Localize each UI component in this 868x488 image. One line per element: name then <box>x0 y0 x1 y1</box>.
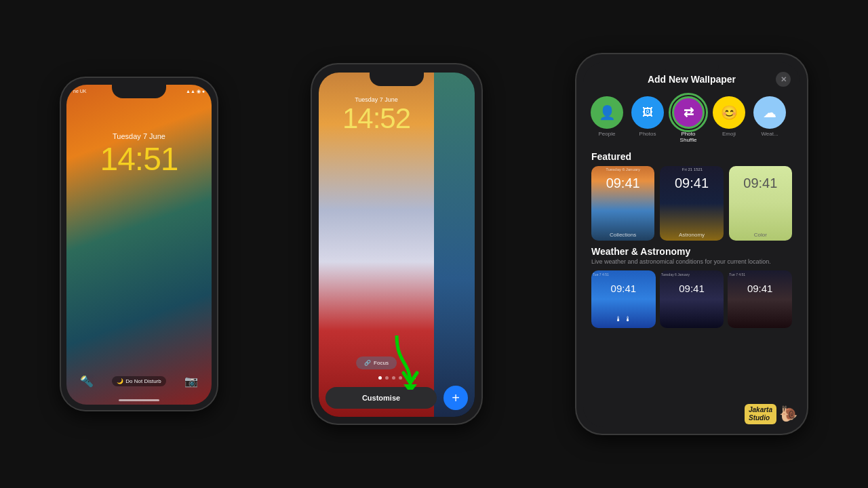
time-date-area: Tuesday 7 June 14:51 <box>100 132 178 176</box>
card-label-1: Collections <box>591 232 654 238</box>
wc2-time: 09:41 <box>660 283 724 294</box>
weather-cat-label: Weat... <box>761 131 778 137</box>
weather-cat-icon: ☁ <box>763 104 776 121</box>
featured-card-astronomy[interactable]: Fri 21 1521 09:41 Astronomy <box>660 166 723 241</box>
featured-section-title: Featured <box>583 148 800 166</box>
category-row: 👤 People 🖼 Photos ⇄ Pho <box>583 92 800 148</box>
moon-icon: 🌙 <box>117 378 123 384</box>
jakarta-line1: Jakarta <box>749 406 772 414</box>
featured-grid: Tuesday 6 January 09:41 Collections Fri … <box>583 166 800 241</box>
card-date-2: Fri 21 1521 <box>661 167 723 171</box>
lock-date: Tuesday 7 June <box>113 132 165 140</box>
weather-icon-circle: ☁ <box>753 96 786 129</box>
card-time-2: 09:41 <box>660 176 723 191</box>
wc1-date: Tue 7 4:51 <box>593 272 609 277</box>
phone-1-notch <box>112 85 166 98</box>
weather-card-1[interactable]: Tue 7 4:51 09:41 🌡🌡 <box>591 270 656 328</box>
card-time-3: 09:41 <box>729 176 792 191</box>
link-icon: 🔗 <box>364 360 371 366</box>
dot-4 <box>399 376 402 380</box>
add-wallpaper-panel: Add New Wallpaper ✕ 👤 People 🖼 <box>583 62 800 427</box>
jakarta-text-block: Jakarta Studio <box>745 404 776 424</box>
photos-label: Photos <box>639 131 656 137</box>
cat-shuffle[interactable]: ⇄ PhotoShuffle <box>671 96 705 143</box>
lock-screen: ne UK ▲▲ ◉ ● Tuesday 7 June 14:51 <box>66 85 212 405</box>
cat-weather[interactable]: ☁ Weat... <box>753 96 787 137</box>
card-label-2: Astronomy <box>660 232 723 238</box>
dot-1 <box>378 376 382 380</box>
dnd-indicator: 🌙 Do Not Disturb <box>112 376 165 386</box>
phone-3-screen: Add New Wallpaper ✕ 👤 People 🖼 <box>583 62 800 427</box>
jakarta-line2: Studio <box>749 414 772 422</box>
featured-card-collections[interactable]: Tuesday 6 January 09:41 Collections <box>591 166 654 241</box>
weather-section-desc: Live weather and astronomical conditions… <box>591 258 792 266</box>
jakarta-snail-icon: 🐌 <box>779 405 797 423</box>
panel-close-button[interactable]: ✕ <box>776 72 791 87</box>
photos-icon-circle: 🖼 <box>631 96 664 129</box>
customise-button[interactable]: Customise <box>326 387 437 409</box>
shuffle-label: PhotoShuffle <box>680 131 697 143</box>
wallpaper-gallery: Tuesday 7 June 14:52 🔗 Focus <box>319 73 475 417</box>
camera-icon[interactable]: 📷 <box>184 375 198 388</box>
people-icon: 👤 <box>599 104 616 121</box>
phone-2-screen: Tuesday 7 June 14:52 🔗 Focus <box>319 73 475 417</box>
weather-section-title: Weather & Astronomy <box>591 246 792 257</box>
bottom-actions: Customise + <box>319 386 475 410</box>
weather-card-2[interactable]: Tuesday 6 January 09:41 <box>660 270 724 328</box>
people-label: People <box>599 131 616 137</box>
dot-3 <box>392 376 395 380</box>
weather-card-3[interactable]: Tue 7 4:51 09:41 <box>728 270 792 328</box>
photos-icon: 🖼 <box>642 106 653 119</box>
main-container: ne UK ▲▲ ◉ ● Tuesday 7 June 14:51 🔦 🌙 Do… <box>0 0 868 488</box>
cat-photos[interactable]: 🖼 Photos <box>631 96 665 137</box>
phone-3: Add New Wallpaper ✕ 👤 People 🖼 <box>576 54 807 434</box>
emoji-icon-circle: 😊 <box>713 96 745 129</box>
weather-cards-grid: Tue 7 4:51 09:41 🌡🌡 Tuesday 6 January 09… <box>591 270 792 328</box>
wc1-time: 09:41 <box>591 283 656 294</box>
wc3-date: Tue 7 4:51 <box>729 272 745 277</box>
wc3-time: 09:41 <box>728 283 792 294</box>
wallpaper-side <box>434 73 475 417</box>
plus-button[interactable]: + <box>443 386 468 410</box>
emoji-icon: 😊 <box>721 104 738 121</box>
phone-1-screen: ne UK ▲▲ ◉ ● Tuesday 7 June 14:51 🔦 🌙 Do… <box>66 85 212 405</box>
phone-2-notch <box>370 73 424 86</box>
people-icon-circle: 👤 <box>591 96 623 129</box>
dot-2 <box>385 376 389 380</box>
card-time-1: 09:41 <box>591 176 654 191</box>
carrier-label: ne UK <box>73 89 86 94</box>
wallpaper-main: Tuesday 7 June 14:52 🔗 Focus <box>319 73 434 417</box>
featured-card-color[interactable]: 09:41 Color <box>729 166 792 241</box>
dot-6 <box>412 376 416 380</box>
wc2-date: Tuesday 6 January <box>661 272 690 277</box>
phone-3-notch <box>665 62 719 76</box>
card-label-3: Color <box>729 232 792 238</box>
phone-1: ne UK ▲▲ ◉ ● Tuesday 7 June 14:51 🔦 🌙 Do… <box>61 78 217 410</box>
emoji-label: Emoji <box>722 131 736 137</box>
phone-1-bottom-bar: 🔦 🌙 Do Not Disturb 📷 <box>66 364 212 405</box>
shuffle-icon: ⇄ <box>684 105 694 120</box>
dot-5 <box>406 376 409 380</box>
dnd-label: Do Not Disturb <box>125 378 161 384</box>
home-indicator-1 <box>119 399 159 401</box>
cat-people[interactable]: 👤 People <box>590 96 624 137</box>
lock-time: 14:51 <box>100 143 178 176</box>
torch-icon[interactable]: 🔦 <box>80 375 94 388</box>
jakarta-studio-logo: Jakarta Studio 🐌 <box>745 404 797 424</box>
focus-button[interactable]: 🔗 Focus <box>356 357 397 369</box>
cat-emoji[interactable]: 😊 Emoji <box>712 96 746 137</box>
phone-2: Tuesday 7 June 14:52 🔗 Focus <box>312 64 481 424</box>
shuffle-icon-circle: ⇄ <box>672 96 705 129</box>
dot-indicators <box>319 376 475 380</box>
weather-section: Weather & Astronomy Live weather and ast… <box>583 241 800 331</box>
w2-time: 14:52 <box>342 103 410 134</box>
signal-icons: ▲▲ ◉ ● <box>186 89 205 94</box>
focus-label: Focus <box>374 360 389 366</box>
card-date-1: Tuesday 6 January <box>591 167 654 171</box>
